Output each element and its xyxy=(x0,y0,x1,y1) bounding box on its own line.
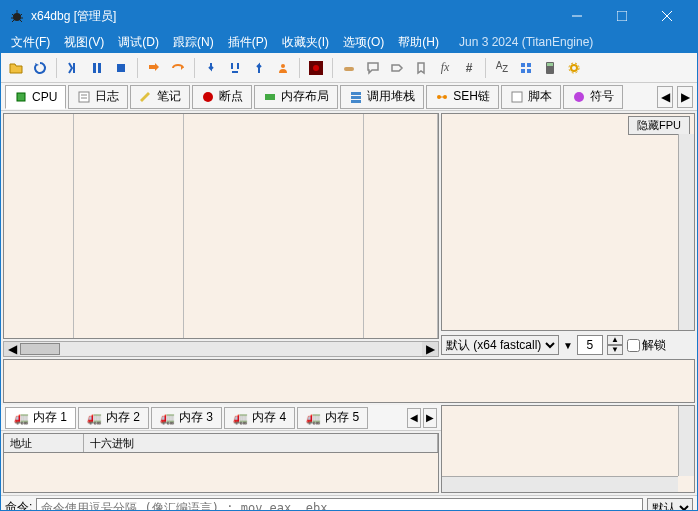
svg-point-16 xyxy=(281,64,285,68)
restart-button[interactable] xyxy=(29,57,51,79)
menubar: 文件(F) 视图(V) 调试(D) 跟踪(N) 插件(P) 收藏夹(I) 选项(… xyxy=(1,31,697,53)
tab-scroll-right[interactable]: ▶ xyxy=(677,86,693,108)
menu-debug[interactable]: 调试(D) xyxy=(112,32,165,53)
dump-header: 地址 十六进制 xyxy=(3,433,439,453)
tab-callstack[interactable]: 调用堆栈 xyxy=(340,85,424,109)
svg-line-6 xyxy=(12,20,14,22)
comments-button[interactable] xyxy=(362,57,384,79)
svg-rect-15 xyxy=(117,64,125,72)
svg-line-2 xyxy=(12,14,14,16)
arg-count-spinner[interactable]: ▲▼ xyxy=(607,335,623,355)
main-tabbar: CPU 日志 笔记 断点 内存布局 调用堆栈 SEH链 脚本 符号 ◀ ▶ xyxy=(1,83,697,111)
svg-point-26 xyxy=(571,65,577,71)
symbols-icon xyxy=(572,90,586,104)
stop-button[interactable] xyxy=(110,57,132,79)
open-button[interactable] xyxy=(5,57,27,79)
scylla-button[interactable] xyxy=(305,57,327,79)
tab-symbols[interactable]: 符号 xyxy=(563,85,623,109)
tab-notes[interactable]: 笔记 xyxy=(130,85,190,109)
pause-button[interactable] xyxy=(86,57,108,79)
svg-rect-9 xyxy=(617,11,627,21)
dump-tab-4[interactable]: 🚛内存 4 xyxy=(224,407,295,429)
stack-view[interactable] xyxy=(441,405,695,493)
svg-point-18 xyxy=(313,65,319,71)
menu-plugins[interactable]: 插件(P) xyxy=(222,32,274,53)
menu-file[interactable]: 文件(F) xyxy=(5,32,56,53)
close-button[interactable] xyxy=(644,1,689,31)
step-over-button[interactable] xyxy=(167,57,189,79)
dump-view[interactable] xyxy=(3,453,439,493)
trace-over-button[interactable] xyxy=(224,57,246,79)
registers-view[interactable]: 隐藏FPU xyxy=(441,113,695,331)
modules-button[interactable] xyxy=(515,57,537,79)
command-input[interactable] xyxy=(36,498,643,512)
tab-script[interactable]: 脚本 xyxy=(501,85,561,109)
trace-into-button[interactable] xyxy=(200,57,222,79)
unlock-checkbox-label[interactable]: 解锁 xyxy=(627,337,666,354)
patches-button[interactable] xyxy=(338,57,360,79)
notes-icon xyxy=(139,90,153,104)
functions-button[interactable]: fx xyxy=(434,57,456,79)
dump-col-address[interactable]: 地址 xyxy=(4,434,84,452)
minimize-button[interactable] xyxy=(554,1,599,31)
svg-rect-36 xyxy=(351,100,361,103)
hide-fpu-button[interactable]: 隐藏FPU xyxy=(628,116,690,135)
dump-tab-2[interactable]: 🚛内存 2 xyxy=(78,407,149,429)
tab-memory[interactable]: 内存布局 xyxy=(254,85,338,109)
call-convention-select[interactable]: 默认 (x64 fastcall) xyxy=(441,335,559,355)
unlock-checkbox[interactable] xyxy=(627,339,640,352)
dump-tab-3[interactable]: 🚛内存 3 xyxy=(151,407,222,429)
log-icon xyxy=(77,90,91,104)
svg-point-0 xyxy=(13,13,21,21)
svg-rect-20 xyxy=(521,63,525,67)
run-to-return-button[interactable] xyxy=(248,57,270,79)
breakpoint-icon xyxy=(201,90,215,104)
arg-count-input[interactable] xyxy=(577,335,603,355)
dump-icon: 🚛 xyxy=(160,411,175,425)
menu-view[interactable]: 视图(V) xyxy=(58,32,110,53)
window-title: x64dbg [管理员] xyxy=(31,8,554,25)
stack-vscroll[interactable] xyxy=(678,406,694,476)
svg-point-41 xyxy=(574,92,584,102)
dump-tab-scroll-left[interactable]: ◀ xyxy=(407,408,421,428)
stack-hscroll[interactable] xyxy=(442,476,678,492)
svg-rect-25 xyxy=(547,63,553,66)
disasm-hscroll[interactable]: ◀▶ xyxy=(3,341,439,357)
dump-tab-1[interactable]: 🚛内存 1 xyxy=(5,407,76,429)
svg-rect-29 xyxy=(79,92,89,102)
command-mode-select[interactable]: 默认 xyxy=(647,498,693,512)
strings-button[interactable]: Az xyxy=(491,57,513,79)
run-button[interactable] xyxy=(62,57,84,79)
menu-trace[interactable]: 跟踪(N) xyxy=(167,32,220,53)
variables-button[interactable]: # xyxy=(458,57,480,79)
svg-rect-35 xyxy=(351,96,361,99)
step-into-button[interactable] xyxy=(143,57,165,79)
registers-vscroll[interactable] xyxy=(678,134,694,330)
disassembly-view[interactable] xyxy=(3,113,439,339)
labels-button[interactable] xyxy=(386,57,408,79)
menu-options[interactable]: 选项(O) xyxy=(337,32,390,53)
calculator-button[interactable] xyxy=(539,57,561,79)
menu-favorites[interactable]: 收藏夹(I) xyxy=(276,32,335,53)
memory-icon xyxy=(263,90,277,104)
maximize-button[interactable] xyxy=(599,1,644,31)
dump-tabbar: 🚛内存 1 🚛内存 2 🚛内存 3 🚛内存 4 🚛内存 5 ◀ ▶ xyxy=(1,405,441,431)
info-panel[interactable] xyxy=(3,359,695,403)
app-bug-icon xyxy=(9,8,25,24)
run-to-user-button[interactable] xyxy=(272,57,294,79)
tab-scroll-left[interactable]: ◀ xyxy=(657,86,673,108)
dump-col-hex[interactable]: 十六进制 xyxy=(84,434,438,452)
settings-button[interactable] xyxy=(563,57,585,79)
svg-rect-13 xyxy=(93,63,96,73)
titlebar: x64dbg [管理员] xyxy=(1,1,697,31)
menu-help[interactable]: 帮助(H) xyxy=(392,32,445,53)
tab-cpu[interactable]: CPU xyxy=(5,85,66,109)
dump-icon: 🚛 xyxy=(233,411,248,425)
disasm-instruction-col xyxy=(184,114,364,338)
dump-tab-scroll-right[interactable]: ▶ xyxy=(423,408,437,428)
tab-breakpoints[interactable]: 断点 xyxy=(192,85,252,109)
tab-log[interactable]: 日志 xyxy=(68,85,128,109)
dump-tab-5[interactable]: 🚛内存 5 xyxy=(297,407,368,429)
tab-seh[interactable]: SEH链 xyxy=(426,85,499,109)
bookmarks-button[interactable] xyxy=(410,57,432,79)
